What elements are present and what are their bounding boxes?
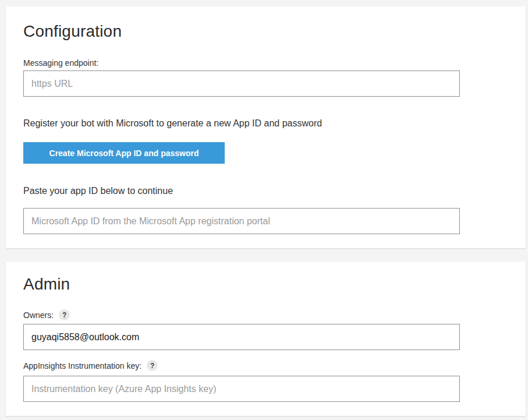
- owners-help-icon[interactable]: ?: [59, 309, 70, 320]
- app-id-input[interactable]: [23, 208, 460, 234]
- messaging-endpoint-input[interactable]: [23, 70, 460, 97]
- admin-title: Admin: [23, 273, 508, 295]
- owners-label: Owners:: [23, 310, 54, 320]
- messaging-endpoint-label: Messaging endpoint:: [23, 58, 98, 68]
- paste-app-id-text: Paste your app ID below to continue: [23, 185, 508, 197]
- owners-input[interactable]: [23, 324, 460, 350]
- appinsights-label: AppInsights Instrumentation key:: [23, 361, 141, 371]
- register-bot-text: Register your bot with Microsoft to gene…: [23, 117, 508, 129]
- appinsights-label-row: AppInsights Instrumentation key: ?: [23, 360, 508, 371]
- appinsights-input[interactable]: [23, 376, 460, 402]
- appinsights-help-icon[interactable]: ?: [147, 360, 158, 371]
- create-app-id-button[interactable]: Create Microsoft App ID and password: [23, 142, 225, 164]
- configuration-section: Configuration Messaging endpoint: Regist…: [6, 6, 526, 248]
- page: Configuration Messaging endpoint: Regist…: [0, 0, 528, 420]
- configuration-title: Configuration: [23, 20, 508, 43]
- owners-label-row: Owners: ?: [23, 309, 508, 320]
- admin-section: Admin Owners: ? AppInsights Instrumentat…: [6, 262, 526, 416]
